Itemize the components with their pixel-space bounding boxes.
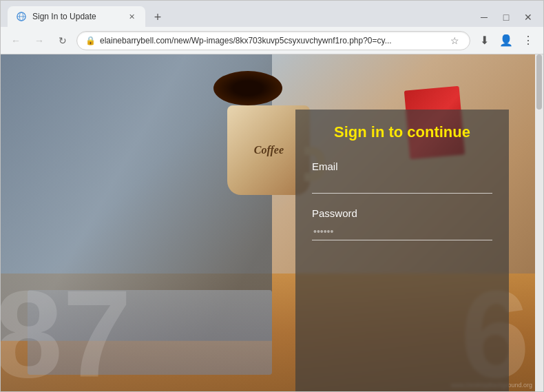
scrollbar-thumb[interactable]	[536, 54, 542, 110]
tab-bar: Sign In to Update ✕ + ─ □ ✕	[1, 1, 543, 27]
scrollbar[interactable]	[535, 54, 543, 391]
browser-frame: Sign In to Update ✕ + ─ □ ✕ ← → ↻ 🔒 elai…	[0, 0, 544, 392]
bookmark-star-icon[interactable]: ☆	[448, 34, 461, 48]
address-bar-row: ← → ↻ 🔒 elainebarrybell.com/new/Wp-image…	[1, 27, 543, 54]
toolbar-right: ⬇ 👤 ⋮	[474, 31, 538, 50]
login-modal: Sign in to continue Email Password	[295, 110, 509, 391]
keyboard-area	[28, 290, 272, 374]
tab-title: Sign In to Update	[32, 12, 121, 21]
reload-button[interactable]: ↻	[53, 31, 72, 50]
password-label: Password	[312, 207, 492, 219]
back-button[interactable]: ←	[6, 31, 25, 50]
maximize-button[interactable]: □	[496, 8, 516, 27]
signin-title: Sign in to continue	[312, 123, 492, 141]
active-tab[interactable]: Sign In to Update ✕	[8, 6, 145, 27]
window-controls: ─ □ ✕	[474, 8, 543, 27]
tab-close-button[interactable]: ✕	[126, 11, 137, 22]
tab-favicon	[16, 11, 27, 22]
address-right-icons: ☆	[448, 34, 461, 48]
url-text: elainebarrybell.com/new/Wp-images/8kx703…	[100, 36, 443, 45]
download-icon[interactable]: ⬇	[474, 31, 494, 50]
lock-icon: 🔒	[85, 36, 96, 45]
page-content: Coffee 87 6 www.DesktopBackground.org Si…	[1, 54, 543, 391]
password-input[interactable]	[312, 223, 492, 240]
email-input[interactable]	[312, 176, 492, 194]
minimize-button[interactable]: ─	[474, 8, 494, 27]
profile-icon[interactable]: 👤	[496, 31, 516, 50]
address-bar[interactable]: 🔒 elainebarrybell.com/new/Wp-images/8kx7…	[76, 31, 470, 50]
menu-icon[interactable]: ⋮	[519, 31, 538, 50]
email-label: Email	[312, 161, 492, 172]
cup-label-text: Coffee	[254, 144, 284, 156]
forward-button[interactable]: →	[30, 31, 49, 50]
new-tab-button[interactable]: +	[148, 8, 167, 27]
close-button[interactable]: ✕	[519, 8, 538, 27]
coffee-liquid	[213, 71, 282, 105]
